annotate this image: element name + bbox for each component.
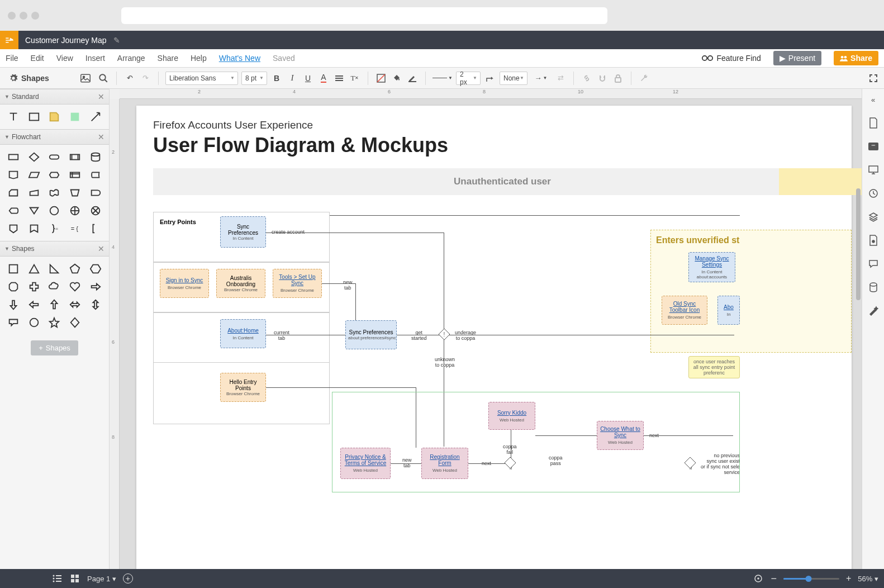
shape-hexagon-flat[interactable] bbox=[45, 167, 64, 183]
shape-arrow-lr[interactable] bbox=[66, 297, 84, 312]
outline-view-icon[interactable] bbox=[51, 573, 63, 584]
magic-icon[interactable] bbox=[867, 305, 880, 317]
zoom-in-icon[interactable]: + bbox=[846, 573, 851, 584]
underline-button[interactable]: U bbox=[302, 72, 314, 84]
gear-icon[interactable] bbox=[9, 74, 18, 83]
shape-octagon[interactable] bbox=[4, 279, 23, 295]
node-australis[interactable]: Australis Onboarding Browser Chrome bbox=[216, 269, 265, 298]
shape-square[interactable] bbox=[4, 261, 23, 277]
shape-arrow[interactable] bbox=[86, 109, 104, 125]
layers-icon[interactable] bbox=[867, 211, 880, 223]
node-about-home[interactable]: About:Home In Content bbox=[220, 319, 266, 348]
add-page-icon[interactable]: + bbox=[123, 573, 133, 584]
menu-edit[interactable]: Edit bbox=[31, 54, 44, 63]
shape-data[interactable] bbox=[25, 167, 44, 183]
arrow-end-icon[interactable]: →▼ bbox=[531, 72, 551, 84]
zoom-slider[interactable] bbox=[783, 578, 839, 580]
node-abo[interactable]: Abo In bbox=[717, 296, 740, 325]
font-size-select[interactable]: 8 pt bbox=[241, 72, 267, 85]
text-style-button[interactable]: T✕ bbox=[349, 72, 361, 84]
page-selector[interactable]: Page 1 ▾ bbox=[87, 575, 116, 583]
swimlane-header[interactable]: Unauthenticated user bbox=[153, 168, 852, 195]
canvas-scrollbar[interactable] bbox=[856, 188, 861, 300]
shape-terminator[interactable] bbox=[45, 149, 64, 165]
shape-diamond[interactable] bbox=[66, 315, 84, 330]
shape-offpage2[interactable] bbox=[25, 221, 44, 236]
window-close-dot[interactable] bbox=[8, 12, 16, 20]
url-bar[interactable] bbox=[121, 7, 607, 24]
shape-heart[interactable] bbox=[66, 279, 84, 295]
link-icon[interactable] bbox=[581, 72, 593, 84]
node-sync-pref-top[interactable]: Sync Preferences In Content bbox=[220, 216, 266, 248]
shape-display[interactable] bbox=[4, 203, 23, 219]
node-manage-sync[interactable]: Manage Sync Settings In Content about:ac… bbox=[688, 252, 735, 282]
shape-right-triangle[interactable] bbox=[45, 261, 64, 277]
add-shapes-button[interactable]: + Shapes bbox=[31, 340, 78, 355]
image-icon[interactable] bbox=[79, 72, 92, 84]
section-close-icon[interactable]: ✕ bbox=[98, 244, 104, 253]
shape-internal[interactable] bbox=[66, 167, 84, 183]
swimlane-yellow[interactable] bbox=[779, 168, 862, 195]
shape-decision[interactable] bbox=[25, 149, 44, 165]
menu-file[interactable]: File bbox=[6, 54, 18, 63]
shape-database[interactable] bbox=[86, 149, 104, 165]
grid-view-icon[interactable] bbox=[69, 573, 80, 584]
fill-none-icon[interactable] bbox=[375, 72, 387, 84]
window-max-dot[interactable] bbox=[31, 12, 39, 20]
connector-icon[interactable] bbox=[484, 72, 496, 84]
node-hello-entry[interactable]: Hello Entry Points Browser Chrome bbox=[220, 373, 266, 402]
chat-icon[interactable] bbox=[867, 258, 880, 270]
shape-pentagon[interactable] bbox=[66, 261, 84, 277]
shape-bracket[interactable] bbox=[86, 221, 104, 236]
shape-arrow-down[interactable] bbox=[4, 297, 23, 312]
border-color-icon[interactable] bbox=[406, 72, 419, 84]
feature-find[interactable]: Feature Find bbox=[702, 54, 761, 63]
menu-help[interactable]: Help bbox=[191, 54, 207, 63]
shape-cross[interactable] bbox=[25, 279, 44, 295]
sidebar-section-standard[interactable]: ▼ Standard ✕ bbox=[0, 89, 109, 105]
shape-brace-right[interactable]: = bbox=[45, 221, 64, 236]
shape-arrow-ud[interactable] bbox=[86, 297, 104, 312]
shape-connector[interactable] bbox=[45, 203, 64, 219]
shape-card[interactable] bbox=[4, 185, 23, 201]
shape-note-green[interactable] bbox=[66, 109, 84, 125]
window-min-dot[interactable] bbox=[20, 12, 27, 20]
menu-arrange[interactable]: Arrange bbox=[117, 54, 145, 63]
document-title[interactable]: Customer Journey Map bbox=[18, 36, 113, 45]
fullscreen-icon[interactable] bbox=[867, 72, 880, 84]
menu-view[interactable]: View bbox=[56, 54, 73, 63]
shape-note-sym[interactable]: = { bbox=[66, 221, 84, 236]
swap-icon[interactable]: ⇄ bbox=[554, 72, 567, 84]
align-button[interactable] bbox=[333, 72, 345, 84]
menu-whats-new[interactable]: What's New bbox=[219, 54, 260, 63]
shape-arrow-left[interactable] bbox=[25, 297, 44, 312]
shape-arrow-right[interactable] bbox=[86, 279, 104, 295]
shape-triangle[interactable] bbox=[25, 261, 44, 277]
shape-or[interactable] bbox=[86, 203, 104, 219]
target-icon[interactable] bbox=[753, 573, 764, 584]
line-style-icon[interactable]: ▼ bbox=[433, 72, 453, 84]
shape-arrow-up[interactable] bbox=[45, 297, 64, 312]
line-end-select[interactable]: None bbox=[500, 72, 527, 85]
comment-icon[interactable]: "" bbox=[867, 140, 880, 153]
shape-circle[interactable] bbox=[25, 315, 44, 330]
shape-summing[interactable] bbox=[66, 203, 84, 219]
menu-insert[interactable]: Insert bbox=[85, 54, 105, 63]
doc-heading[interactable]: User Flow Diagram & Mockups bbox=[153, 134, 448, 157]
document-page[interactable]: Firefox Accounts User Experience User Fl… bbox=[136, 106, 852, 569]
shape-note-yellow[interactable] bbox=[45, 109, 64, 125]
sidebar-section-flowchart[interactable]: ▼ Flowchart ✕ bbox=[0, 129, 109, 145]
entry-points-label[interactable]: Entry Points bbox=[160, 219, 196, 225]
shape-offpage[interactable] bbox=[4, 221, 23, 236]
fill-bucket-icon[interactable] bbox=[391, 72, 403, 84]
shape-text[interactable] bbox=[4, 109, 23, 125]
shape-rect[interactable] bbox=[25, 109, 44, 125]
node-old-sync[interactable]: Old Sync Toolbar Icon Browser Chrome bbox=[662, 296, 707, 325]
shape-merge[interactable] bbox=[25, 203, 44, 219]
wrench-icon[interactable] bbox=[638, 72, 650, 84]
shape-cloud[interactable] bbox=[45, 279, 64, 295]
app-logo[interactable] bbox=[0, 31, 18, 49]
section-close-icon[interactable]: ✕ bbox=[98, 132, 104, 141]
present-icon[interactable] bbox=[867, 164, 880, 176]
canvas[interactable]: Firefox Accounts User Experience User Fl… bbox=[120, 99, 862, 569]
